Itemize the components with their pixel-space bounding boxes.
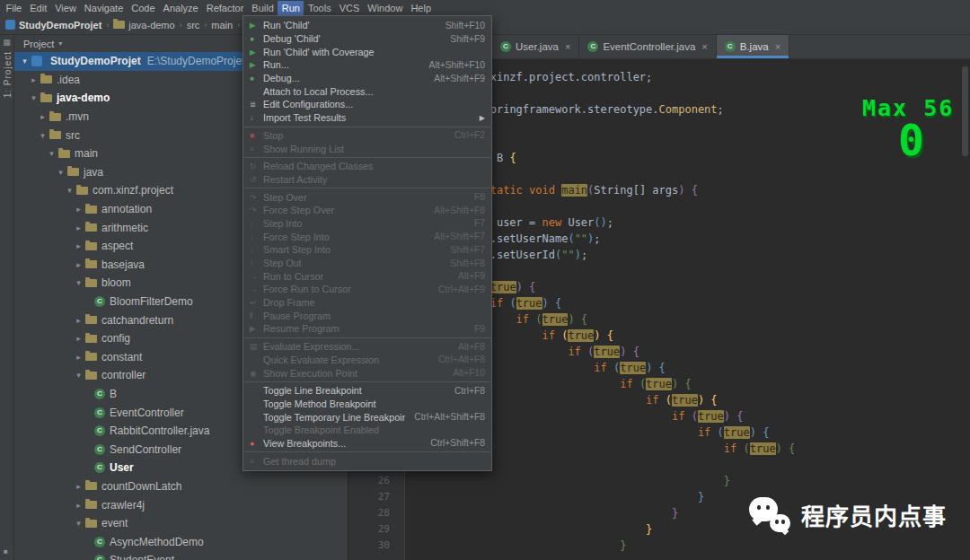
run-menu-item-debug-child[interactable]: ●Debug 'Child'Shift+F9 [243, 32, 491, 46]
bottom-tool-strip-icon[interactable]: ■ [4, 547, 8, 556]
tab-b-java[interactable]: CB.java× [717, 35, 789, 58]
run-menu-item-run-child[interactable]: ▶Run 'Child'Shift+F10 [243, 19, 491, 32]
run-menu-item-run[interactable]: ▶Run...Alt+Shift+F10 [243, 58, 491, 72]
line-number[interactable]: 29 [348, 523, 404, 539]
code-line[interactable]: } [405, 475, 970, 491]
tab-close-icon[interactable]: × [775, 42, 780, 52]
chevron-collapsed-icon[interactable]: ▸ [74, 482, 84, 491]
breadcrumb-src[interactable]: src [186, 20, 201, 31]
code-token: { [509, 152, 516, 164]
run-menu-item-view-breakpoints[interactable]: ●View Breakpoints...Ctrl+Shift+F8 [243, 437, 491, 451]
tree-item-countdownlatch[interactable]: ▸countDownLatch [14, 477, 348, 496]
breadcrumb-java-demo[interactable]: java-demo [112, 20, 175, 31]
tab-close-icon[interactable]: × [701, 42, 707, 52]
menubar-item-view[interactable]: View [51, 1, 81, 15]
code-token: true [646, 378, 672, 390]
menu-item-label: Run 'Child' [263, 20, 436, 31]
menubar-item-file[interactable]: File [2, 1, 26, 15]
tree-item-label: crawler4j [101, 499, 145, 512]
tool-strip-icon[interactable]: ▦ [0, 38, 13, 47]
chevron-expanded-icon[interactable]: ▾ [20, 57, 30, 66]
chevron-expanded-icon[interactable]: ▾ [38, 131, 48, 140]
folder-icon [113, 21, 125, 29]
chevron-expanded-icon[interactable]: ▾ [47, 149, 57, 158]
run-menu-item-toggle-method-breakpoint[interactable]: Toggle Method Breakpoint [243, 398, 491, 411]
chevron-collapsed-icon[interactable]: ▸ [74, 334, 84, 343]
tab-close-icon[interactable]: × [565, 42, 570, 52]
code-token: com.xinzf.project.controller; [464, 71, 653, 83]
code-line[interactable]: } [405, 539, 970, 556]
tab-eventcontroller-java[interactable]: CEventController.java× [579, 35, 716, 58]
menu-item-label: Resume Program [263, 323, 465, 334]
breadcrumb-separator-icon: › [106, 21, 109, 30]
run-menu-item-force-step-over: ↷Force Step OverAlt+Shift+F8 [243, 204, 491, 217]
chevron-collapsed-icon[interactable]: ▸ [74, 353, 84, 362]
chevron-collapsed-icon[interactable]: ▸ [74, 501, 84, 510]
chevron-collapsed-icon[interactable]: ▸ [74, 205, 84, 214]
menubar-item-edit[interactable]: Edit [26, 1, 51, 15]
debug-icon: ● [250, 32, 263, 45]
tree-item-event[interactable]: ▾event [14, 514, 348, 533]
menubar-item-run[interactable]: Run [278, 1, 304, 15]
project-tool-window-button[interactable]: 1: Project [3, 51, 13, 98]
chevron-collapsed-icon[interactable]: ▸ [74, 316, 84, 325]
menu-item-shortcut: Ctrl+Shift+F8 [430, 438, 485, 448]
menubar-item-help[interactable]: Help [407, 1, 436, 15]
menu-item-label: Step Into [263, 218, 465, 229]
folder-icon [40, 75, 52, 83]
tree-item-asyncmethoddemo[interactable]: CAsyncMethodDemo [14, 532, 348, 551]
chevron-expanded-icon[interactable]: ▾ [56, 168, 66, 177]
code-token: Component [659, 103, 718, 116]
menubar-item-window[interactable]: Window [364, 1, 407, 15]
line-number[interactable]: 28 [348, 507, 404, 523]
run-menu-item-run-child-with-coverage[interactable]: ▶Run 'Child' with Coverage [243, 45, 491, 58]
code-token: main [561, 184, 587, 197]
run-menu-item-edit-configurations[interactable]: ≣Edit Configurations... [243, 98, 491, 111]
tree-item-label: User [110, 461, 134, 474]
run-menu-item-toggle-temporary-line-breakpoint[interactable]: Toggle Temporary Line BreakpointCtrl+Alt… [243, 410, 491, 424]
line-number[interactable]: 30 [348, 539, 404, 556]
chevron-expanded-icon[interactable]: ▾ [29, 93, 39, 102]
run-menu-item-toggle-line-breakpoint[interactable]: Toggle Line BreakpointCtrl+F8 [243, 384, 491, 398]
chevron-expanded-icon[interactable]: ▾ [74, 519, 84, 528]
menubar-item-code[interactable]: Code [128, 1, 159, 15]
chevron-collapsed-icon[interactable]: ▸ [29, 75, 39, 84]
menubar-item-navigate[interactable]: Navigate [80, 1, 127, 15]
breadcrumb-studydemoprojet[interactable]: StudyDemoProjet [4, 20, 102, 31]
line-number[interactable]: 27 [348, 491, 404, 507]
chevron-expanded-icon[interactable]: ▾ [74, 371, 84, 380]
tree-item-label: aspect [101, 240, 133, 252]
line-number[interactable]: 26 [348, 475, 404, 491]
menubar-item-vcs[interactable]: VCS [335, 1, 364, 15]
run-menu-item-import-test-results[interactable]: ↓Import Test Results▶ [243, 111, 491, 125]
chevron-expanded-icon[interactable]: ▾ [74, 278, 84, 287]
chevron-collapsed-icon[interactable]: ▸ [74, 241, 84, 250]
code-token: ( [509, 297, 516, 310]
chevron-collapsed-icon[interactable]: ▸ [74, 223, 84, 232]
editor-scrollbar[interactable] [962, 66, 968, 156]
tree-item-studentevent[interactable]: CStudentEvent [14, 551, 348, 560]
run-menu-item-evaluate-expression: ▤Evaluate Expression...Alt+F8 [243, 340, 491, 354]
menubar-item-build[interactable]: Build [248, 1, 278, 15]
chevron-collapsed-icon[interactable]: ▸ [38, 112, 48, 121]
breadcrumb-main[interactable]: main [210, 20, 234, 31]
chevron-expanded-icon[interactable]: ▾ [65, 186, 75, 195]
menubar-item-analyze[interactable]: Analyze [159, 1, 202, 15]
code-token: if [698, 426, 718, 439]
code-token: if [490, 297, 510, 310]
run-to-cursor-icon: → [250, 270, 263, 283]
tab-user-java[interactable]: CUser.java× [492, 35, 579, 58]
tree-item-crawler4j[interactable]: ▸crawler4j [14, 495, 348, 514]
debug-icon: ● [250, 72, 263, 84]
tree-item-label: main [75, 147, 98, 160]
run-menu-item-debug[interactable]: ●Debug...Alt+Shift+F9 [243, 72, 491, 85]
run-menu-item-attach-to-local-process[interactable]: Attach to Local Process... [243, 84, 491, 98]
run-menu-item-force-step-into: ↓Force Step IntoAlt+Shift+F7 [243, 230, 491, 243]
menu-item-label: Debug... [263, 73, 425, 83]
menubar-item-refactor[interactable]: Refactor [202, 1, 248, 15]
folder-icon [85, 223, 97, 232]
tree-item-label: arithmetic [101, 222, 148, 234]
chevron-collapsed-icon[interactable]: ▸ [74, 260, 84, 269]
menubar-item-tools[interactable]: Tools [304, 1, 335, 15]
tab-label: User.java [516, 41, 559, 52]
